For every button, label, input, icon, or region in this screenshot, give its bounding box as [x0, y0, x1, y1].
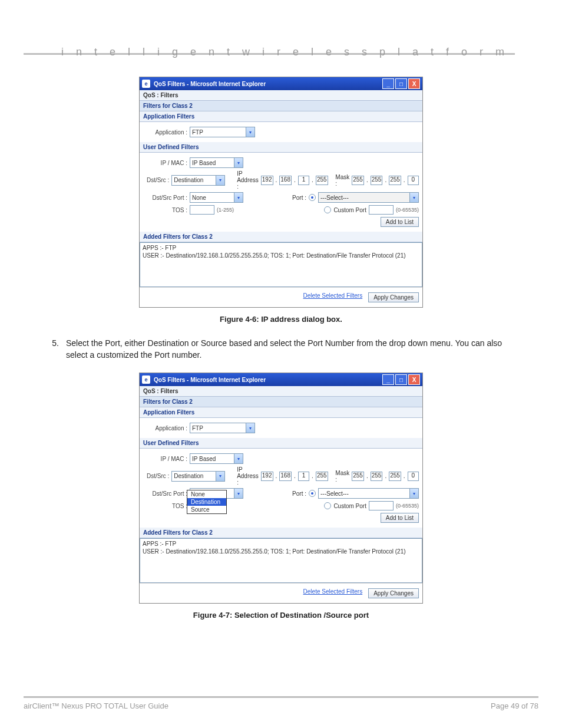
page-footer: airClient™ Nexus PRO TOTAL User Guide Pa…: [24, 696, 538, 710]
mask-label: Mask :: [335, 470, 349, 483]
filters-for-class-header: Filters for Class 2: [140, 101, 422, 111]
content: e QoS Filters - Microsoft Internet Explo…: [24, 77, 538, 620]
ip-mac-label: IP / MAC :: [143, 456, 187, 462]
custom-port-input[interactable]: [369, 205, 394, 215]
chevron-down-icon: ▾: [234, 454, 243, 463]
application-filters-header: Application Filters: [140, 111, 422, 122]
window-title: QoS Filters - Microsoft Internet Explore…: [154, 377, 266, 383]
ip-octet-3[interactable]: 1: [298, 176, 309, 185]
added-filter-line: APPS :- FTP: [143, 540, 419, 548]
chevron-down-icon: ▾: [409, 489, 418, 498]
chevron-down-icon: ▾: [246, 423, 254, 433]
tos-label: TOS :: [143, 503, 187, 509]
added-filters-list[interactable]: APPS :- FTP USER :- Destination/192.168.…: [140, 242, 422, 287]
mask-octet-1[interactable]: 255: [352, 472, 364, 481]
window-titlebar[interactable]: e QoS Filters - Microsoft Internet Explo…: [140, 373, 422, 386]
figure-4-7-caption: Figure 4-7: Selection of Destination /So…: [24, 611, 538, 620]
port-select-dropdown[interactable]: ---Select---▾: [318, 488, 419, 499]
footer-page-number: Page 49 of 78: [491, 701, 538, 710]
minimize-button[interactable]: _: [382, 374, 394, 385]
close-button[interactable]: X: [408, 78, 420, 89]
ip-octet-2[interactable]: 168: [279, 472, 292, 481]
tos-range: (1-255): [217, 207, 234, 213]
port-label: Port :: [292, 195, 306, 201]
mask-octet-2[interactable]: 255: [371, 472, 383, 481]
dst-src-port-options[interactable]: None Destination Source: [187, 490, 227, 514]
option-source[interactable]: Source: [187, 506, 226, 513]
mask-octet-3[interactable]: 255: [389, 472, 401, 481]
dst-src-select[interactable]: Destination▾: [171, 471, 225, 482]
delete-selected-filters-link[interactable]: Delete Selected Filters: [303, 588, 363, 598]
added-filter-line: USER :- Destination/192.168.1.0/255.255.…: [143, 548, 419, 555]
step-number: 5.: [41, 338, 59, 361]
page-header: i n t e l l i g e n t w i r e l e s s p …: [24, 35, 538, 65]
user-defined-filters-header: User Defined Filters: [140, 438, 422, 449]
dst-src-select[interactable]: Destination▾: [171, 175, 225, 186]
maximize-button[interactable]: □: [395, 374, 407, 385]
figure-4-6-window: e QoS Filters - Microsoft Internet Explo…: [139, 77, 423, 308]
ip-mac-select[interactable]: IP Based▾: [190, 453, 243, 464]
header-title: i n t e l l i g e n t w i r e l e s s p …: [61, 46, 509, 58]
chevron-down-icon: ▾: [409, 193, 418, 202]
mask-octet-4[interactable]: 0: [408, 472, 419, 481]
application-select[interactable]: FTP▾: [190, 423, 255, 433]
dst-src-port-select[interactable]: None▾: [190, 192, 243, 203]
dst-src-label: Dst/Src :: [143, 177, 169, 183]
step-text: Select the Port, either Destination or S…: [66, 338, 521, 361]
ip-octet-4[interactable]: 255: [316, 176, 328, 185]
custom-port-radio[interactable]: [324, 206, 331, 213]
figure-4-6-caption: Figure 4-6: IP address dialog box.: [24, 315, 538, 324]
ip-address-label: IP Address :: [237, 466, 259, 486]
chevron-down-icon: ▾: [216, 176, 224, 185]
step-5: 5. Select the Port, either Destination o…: [41, 338, 521, 361]
tos-input[interactable]: [190, 205, 214, 215]
ie-icon: e: [142, 375, 150, 384]
footer-doc-title: airClient™ Nexus PRO TOTAL User Guide: [24, 701, 168, 710]
chevron-down-icon: ▾: [234, 158, 243, 167]
ip-octet-4[interactable]: 255: [316, 472, 328, 481]
custom-port-radio[interactable]: [324, 502, 331, 509]
port-select-radio[interactable]: [309, 490, 316, 497]
apply-changes-button[interactable]: Apply Changes: [368, 588, 419, 598]
mask-octet-1[interactable]: 255: [352, 176, 364, 185]
option-none[interactable]: None: [187, 490, 226, 498]
application-label: Application :: [143, 129, 187, 136]
added-filter-line: USER :- Destination/192.168.1.0/255.255.…: [143, 252, 419, 259]
chevron-down-icon: ▾: [216, 472, 224, 481]
port-select-dropdown[interactable]: ---Select---▾: [318, 192, 419, 203]
ip-mac-select[interactable]: IP Based▾: [190, 157, 243, 168]
page: i n t e l l i g e n t w i r e l e s s p …: [0, 0, 562, 728]
mask-octet-4[interactable]: 0: [408, 176, 419, 185]
mask-octet-2[interactable]: 255: [371, 176, 383, 185]
custom-port-range: (0-65535): [396, 207, 419, 213]
close-button[interactable]: X: [408, 374, 420, 385]
add-to-list-button[interactable]: Add to List: [381, 217, 419, 227]
ip-octet-2[interactable]: 168: [279, 176, 292, 185]
option-destination[interactable]: Destination: [187, 498, 226, 506]
added-filters-header: Added Filters for Class 2: [140, 528, 422, 538]
maximize-button[interactable]: □: [395, 78, 407, 89]
dst-src-port-label: Dst/Src Port :: [143, 490, 187, 497]
added-filters-list[interactable]: APPS :- FTP USER :- Destination/192.168.…: [140, 538, 422, 583]
user-defined-filters-header: User Defined Filters: [140, 142, 422, 153]
ip-octet-1[interactable]: 192: [261, 176, 273, 185]
window-titlebar[interactable]: e QoS Filters - Microsoft Internet Explo…: [140, 77, 422, 90]
filters-for-class-header: Filters for Class 2: [140, 397, 422, 407]
apply-changes-button[interactable]: Apply Changes: [368, 292, 419, 302]
qos-breadcrumb: QoS : Filters: [140, 386, 422, 397]
qos-breadcrumb: QoS : Filters: [140, 90, 422, 101]
application-select[interactable]: FTP▾: [190, 127, 255, 137]
ip-address-label: IP Address :: [237, 170, 259, 190]
port-label: Port :: [292, 490, 306, 497]
application-filters-header: Application Filters: [140, 407, 422, 418]
ip-octet-3[interactable]: 1: [298, 472, 309, 481]
custom-port-range: (0-65535): [396, 503, 419, 509]
application-label: Application :: [143, 425, 187, 431]
ip-octet-1[interactable]: 192: [261, 472, 273, 481]
mask-octet-3[interactable]: 255: [389, 176, 401, 185]
minimize-button[interactable]: _: [382, 78, 394, 89]
custom-port-input[interactable]: [369, 501, 394, 510]
add-to-list-button[interactable]: Add to List: [381, 513, 419, 523]
delete-selected-filters-link[interactable]: Delete Selected Filters: [303, 292, 363, 302]
port-select-radio[interactable]: [309, 194, 316, 201]
